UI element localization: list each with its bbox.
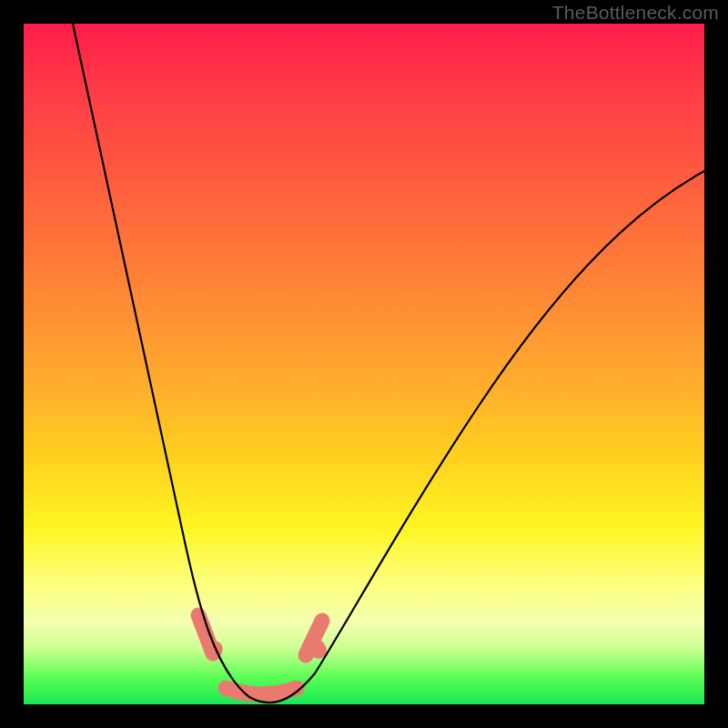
outer-frame: TheBottleneck.com <box>0 0 728 728</box>
plot-area <box>24 24 704 704</box>
bottleneck-curve-path <box>73 24 704 703</box>
bottleneck-chart <box>24 24 704 704</box>
watermark-text: TheBottleneck.com <box>552 2 719 24</box>
